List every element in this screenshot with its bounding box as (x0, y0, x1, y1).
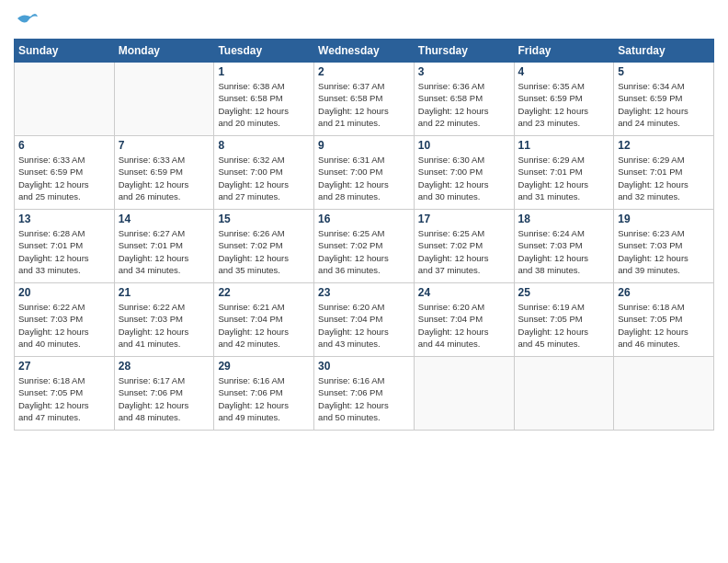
day-detail: Sunrise: 6:26 AM Sunset: 7:02 PM Dayligh… (218, 227, 310, 276)
calendar-cell: 11Sunrise: 6:29 AM Sunset: 7:01 PM Dayli… (514, 136, 614, 210)
calendar-cell: 29Sunrise: 6:16 AM Sunset: 7:06 PM Dayli… (214, 357, 314, 431)
calendar-cell: 9Sunrise: 6:31 AM Sunset: 7:00 PM Daylig… (314, 136, 415, 210)
day-number: 2 (318, 65, 410, 78)
calendar-cell: 21Sunrise: 6:22 AM Sunset: 7:03 PM Dayli… (114, 283, 214, 357)
week-row-3: 13Sunrise: 6:28 AM Sunset: 7:01 PM Dayli… (15, 210, 714, 283)
day-detail: Sunrise: 6:25 AM Sunset: 7:02 PM Dayligh… (318, 227, 410, 276)
day-number: 3 (418, 65, 510, 78)
calendar-cell: 10Sunrise: 6:30 AM Sunset: 7:00 PM Dayli… (414, 136, 514, 210)
calendar-cell: 15Sunrise: 6:26 AM Sunset: 7:02 PM Dayli… (214, 210, 314, 283)
calendar-cell (414, 357, 514, 431)
calendar-cell: 18Sunrise: 6:24 AM Sunset: 7:03 PM Dayli… (514, 210, 614, 283)
calendar-table: SundayMondayTuesdayWednesdayThursdayFrid… (14, 39, 714, 431)
logo-icon (14, 9, 40, 35)
calendar-cell: 24Sunrise: 6:20 AM Sunset: 7:04 PM Dayli… (414, 283, 514, 357)
calendar-cell (15, 63, 115, 136)
day-number: 22 (218, 286, 310, 299)
day-detail: Sunrise: 6:16 AM Sunset: 7:06 PM Dayligh… (218, 374, 310, 423)
calendar-header-row: SundayMondayTuesdayWednesdayThursdayFrid… (15, 40, 714, 63)
day-number: 24 (418, 286, 510, 299)
calendar-cell: 12Sunrise: 6:29 AM Sunset: 7:01 PM Dayli… (614, 136, 714, 210)
col-header-wednesday: Wednesday (314, 40, 415, 63)
calendar-cell: 27Sunrise: 6:18 AM Sunset: 7:05 PM Dayli… (15, 357, 115, 431)
calendar-cell: 25Sunrise: 6:19 AM Sunset: 7:05 PM Dayli… (514, 283, 614, 357)
day-detail: Sunrise: 6:29 AM Sunset: 7:01 PM Dayligh… (518, 154, 610, 202)
day-number: 27 (18, 360, 110, 373)
calendar-cell: 16Sunrise: 6:25 AM Sunset: 7:02 PM Dayli… (314, 210, 415, 283)
day-detail: Sunrise: 6:16 AM Sunset: 7:06 PM Dayligh… (318, 374, 410, 423)
svg-rect-0 (14, 9, 40, 35)
day-detail: Sunrise: 6:30 AM Sunset: 7:00 PM Dayligh… (418, 154, 510, 202)
day-detail: Sunrise: 6:18 AM Sunset: 7:05 PM Dayligh… (18, 374, 110, 423)
day-number: 28 (119, 360, 210, 373)
calendar-cell: 17Sunrise: 6:25 AM Sunset: 7:02 PM Dayli… (414, 210, 514, 283)
day-detail: Sunrise: 6:22 AM Sunset: 7:03 PM Dayligh… (18, 301, 110, 350)
calendar-cell: 2Sunrise: 6:37 AM Sunset: 6:58 PM Daylig… (314, 63, 415, 136)
day-detail: Sunrise: 6:34 AM Sunset: 6:59 PM Dayligh… (618, 80, 710, 129)
day-detail: Sunrise: 6:27 AM Sunset: 7:01 PM Dayligh… (119, 227, 210, 276)
calendar-cell: 4Sunrise: 6:35 AM Sunset: 6:59 PM Daylig… (514, 63, 614, 136)
calendar-cell: 7Sunrise: 6:33 AM Sunset: 6:59 PM Daylig… (114, 136, 214, 210)
day-number: 7 (119, 139, 210, 152)
day-detail: Sunrise: 6:32 AM Sunset: 7:00 PM Dayligh… (218, 154, 310, 202)
day-detail: Sunrise: 6:23 AM Sunset: 7:03 PM Dayligh… (618, 227, 710, 276)
day-number: 16 (318, 213, 410, 225)
calendar-cell: 5Sunrise: 6:34 AM Sunset: 6:59 PM Daylig… (614, 63, 714, 136)
calendar-cell: 26Sunrise: 6:18 AM Sunset: 7:05 PM Dayli… (614, 283, 714, 357)
day-number: 19 (618, 213, 710, 225)
week-row-5: 27Sunrise: 6:18 AM Sunset: 7:05 PM Dayli… (15, 357, 714, 431)
day-number: 10 (418, 139, 510, 152)
calendar-cell: 6Sunrise: 6:33 AM Sunset: 6:59 PM Daylig… (15, 136, 115, 210)
day-number: 21 (119, 286, 210, 299)
day-detail: Sunrise: 6:37 AM Sunset: 6:58 PM Dayligh… (318, 80, 410, 129)
day-detail: Sunrise: 6:20 AM Sunset: 7:04 PM Dayligh… (318, 301, 410, 350)
calendar-cell: 1Sunrise: 6:38 AM Sunset: 6:58 PM Daylig… (214, 63, 314, 136)
day-number: 13 (18, 213, 110, 225)
day-detail: Sunrise: 6:29 AM Sunset: 7:01 PM Dayligh… (618, 154, 710, 202)
day-detail: Sunrise: 6:18 AM Sunset: 7:05 PM Dayligh… (618, 301, 710, 350)
day-number: 26 (618, 286, 710, 299)
day-detail: Sunrise: 6:24 AM Sunset: 7:03 PM Dayligh… (518, 227, 610, 276)
day-number: 9 (318, 139, 410, 152)
day-detail: Sunrise: 6:33 AM Sunset: 6:59 PM Dayligh… (18, 154, 110, 202)
day-number: 8 (218, 139, 310, 152)
calendar-cell: 14Sunrise: 6:27 AM Sunset: 7:01 PM Dayli… (114, 210, 214, 283)
day-number: 14 (119, 213, 210, 225)
col-header-friday: Friday (514, 40, 614, 63)
day-number: 6 (18, 139, 110, 152)
day-detail: Sunrise: 6:22 AM Sunset: 7:03 PM Dayligh… (119, 301, 210, 350)
day-number: 1 (218, 65, 310, 78)
day-number: 4 (518, 65, 610, 78)
day-number: 17 (418, 213, 510, 225)
day-number: 29 (218, 360, 310, 373)
day-number: 25 (518, 286, 610, 299)
calendar-cell: 19Sunrise: 6:23 AM Sunset: 7:03 PM Dayli… (614, 210, 714, 283)
week-row-4: 20Sunrise: 6:22 AM Sunset: 7:03 PM Dayli… (15, 283, 714, 357)
col-header-thursday: Thursday (414, 40, 514, 63)
day-detail: Sunrise: 6:36 AM Sunset: 6:58 PM Dayligh… (418, 80, 510, 129)
calendar-cell: 20Sunrise: 6:22 AM Sunset: 7:03 PM Dayli… (15, 283, 115, 357)
day-number: 18 (518, 213, 610, 225)
day-number: 15 (218, 213, 310, 225)
week-row-2: 6Sunrise: 6:33 AM Sunset: 6:59 PM Daylig… (15, 136, 714, 210)
logo (14, 9, 41, 35)
day-number: 20 (18, 286, 110, 299)
calendar-cell (614, 357, 714, 431)
col-header-monday: Monday (114, 40, 214, 63)
calendar-cell: 13Sunrise: 6:28 AM Sunset: 7:01 PM Dayli… (15, 210, 115, 283)
day-detail: Sunrise: 6:25 AM Sunset: 7:02 PM Dayligh… (418, 227, 510, 276)
day-detail: Sunrise: 6:28 AM Sunset: 7:01 PM Dayligh… (18, 227, 110, 276)
calendar-cell: 23Sunrise: 6:20 AM Sunset: 7:04 PM Dayli… (314, 283, 415, 357)
calendar-cell: 22Sunrise: 6:21 AM Sunset: 7:04 PM Dayli… (214, 283, 314, 357)
day-number: 12 (618, 139, 710, 152)
day-detail: Sunrise: 6:17 AM Sunset: 7:06 PM Dayligh… (119, 374, 210, 423)
calendar-cell: 28Sunrise: 6:17 AM Sunset: 7:06 PM Dayli… (114, 357, 214, 431)
col-header-saturday: Saturday (614, 40, 714, 63)
calendar-cell (514, 357, 614, 431)
day-detail: Sunrise: 6:35 AM Sunset: 6:59 PM Dayligh… (518, 80, 610, 129)
calendar-body: 1Sunrise: 6:38 AM Sunset: 6:58 PM Daylig… (15, 63, 714, 431)
day-number: 5 (618, 65, 710, 78)
day-detail: Sunrise: 6:21 AM Sunset: 7:04 PM Dayligh… (218, 301, 310, 350)
col-header-tuesday: Tuesday (214, 40, 314, 63)
calendar-cell (114, 63, 214, 136)
